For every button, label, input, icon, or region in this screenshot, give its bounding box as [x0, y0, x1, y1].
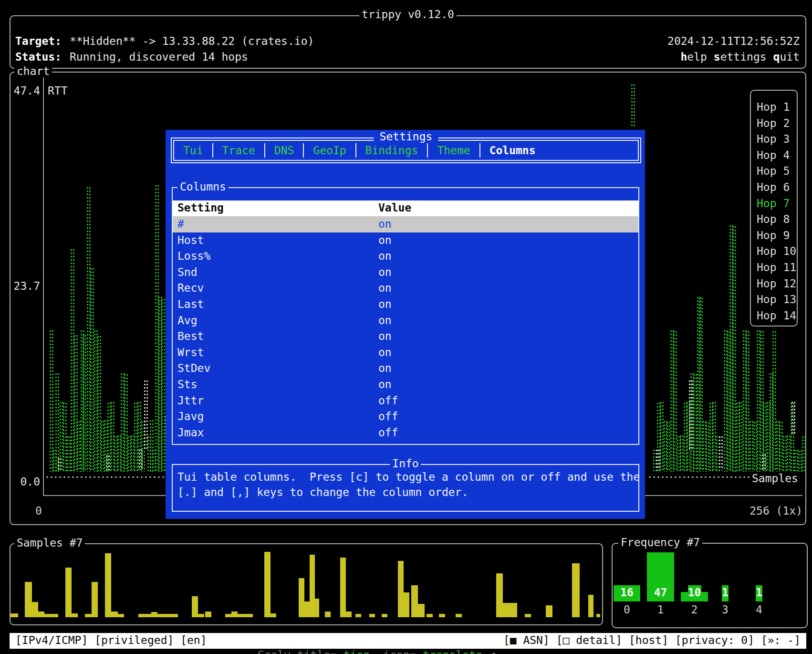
settings-row-snd[interactable]: Sndon	[173, 264, 638, 281]
rtt-dot-column-white	[761, 454, 766, 470]
sample-bar	[157, 614, 178, 617]
frequency-tick-label: 4	[750, 603, 769, 616]
sample-bar	[118, 614, 124, 617]
x-axis-dotted-left	[45, 476, 165, 478]
settings-row-avg[interactable]: Avgon	[173, 313, 638, 329]
x-min-label: 0	[35, 504, 42, 517]
sample-bar	[205, 612, 211, 617]
menu-item-settings[interactable]: settings	[714, 51, 767, 63]
setting-name: Wrst	[177, 346, 204, 359]
rtt-dot-column-white	[57, 457, 62, 470]
sample-bar	[427, 614, 433, 617]
tab-separator	[303, 143, 304, 158]
tab-trace[interactable]: Trace	[222, 144, 255, 157]
tab-separator	[479, 143, 480, 158]
column-header-value: Value	[378, 201, 411, 214]
hop-item-hop-8[interactable]: Hop 8	[757, 211, 797, 228]
samples-panel-title: Samples #7	[14, 537, 85, 549]
setting-value: on	[378, 346, 392, 359]
hop-item-hop-13[interactable]: Hop 13	[757, 292, 797, 308]
frequency-panel-title: Frequency #7	[618, 536, 702, 549]
setting-value: on	[378, 330, 392, 342]
tab-dns[interactable]: DNS	[274, 144, 294, 157]
info-box: Info Tui table columns. Press [c] to tog…	[172, 464, 639, 512]
tab-columns[interactable]: Columns	[489, 144, 536, 157]
setting-value: off	[378, 394, 398, 407]
settings-row-recv[interactable]: Recvon	[173, 280, 638, 296]
x-max-label: 256 (1x)	[744, 504, 802, 517]
menu-item-help[interactable]: help	[680, 51, 707, 63]
hop-item-hop-2[interactable]: Hop 2	[757, 116, 797, 132]
info-line-2: [.] and [,] keys to change the column or…	[177, 486, 468, 498]
setting-value: off	[378, 426, 398, 439]
setting-value: on	[378, 298, 392, 310]
tab-separator	[427, 143, 428, 158]
hop-item-hop-10[interactable]: Hop 10	[757, 243, 797, 260]
y-tick-max: 47.4	[10, 84, 40, 97]
setting-name: Best	[177, 330, 204, 342]
sample-bar	[404, 592, 409, 617]
sample-bar	[264, 552, 271, 617]
settings-row-best[interactable]: Beston	[173, 328, 638, 345]
hop-item-hop-14[interactable]: Hop 14	[757, 308, 797, 324]
info-box-title: Info	[390, 457, 421, 470]
target-value: **Hidden** -> 13.33.88.22 (crates.io)	[70, 34, 314, 48]
frequency-tick-label: 2	[685, 603, 704, 616]
rtt-dot-column	[82, 334, 86, 472]
setting-value: on	[378, 234, 392, 246]
settings-row-jttr[interactable]: Jttroff	[173, 393, 638, 409]
rtt-dot-column	[55, 372, 59, 472]
tab-geoip[interactable]: GeoIp	[313, 144, 346, 157]
frequency-count-label: 1	[722, 586, 729, 599]
setting-value: on	[378, 362, 392, 374]
rtt-dot-column-white	[791, 401, 795, 435]
hop-item-hop-4[interactable]: Hop 4	[757, 148, 797, 164]
hop-item-hop-5[interactable]: Hop 5	[757, 163, 797, 179]
settings-row-javg[interactable]: Javgoff	[173, 409, 638, 425]
hop-item-hop-1[interactable]: Hop 1	[757, 99, 797, 116]
settings-row-last[interactable]: Laston	[173, 296, 638, 313]
sample-bar	[151, 612, 157, 617]
sample-bar	[382, 614, 387, 617]
sample-bar	[496, 573, 503, 617]
hop-item-hop-7[interactable]: Hop 7	[757, 196, 797, 212]
tab-theme[interactable]: Theme	[437, 144, 470, 157]
setting-name: Javg	[177, 410, 204, 422]
hop-item-hop-6[interactable]: Hop 6	[757, 179, 797, 196]
settings-row-loss[interactable]: Loss%on	[173, 248, 638, 264]
tab-tui[interactable]: Tui	[183, 144, 203, 157]
rtt-dot-column-white	[656, 449, 660, 470]
settings-row-sts[interactable]: Stson	[173, 377, 638, 393]
y-tick-min: 0.0	[13, 475, 40, 488]
setting-name: Last	[177, 298, 204, 310]
sample-bar	[369, 614, 375, 617]
settings-row-wrst[interactable]: Wrston	[173, 345, 638, 361]
status-value: Running, discovered 14 hops	[70, 50, 248, 63]
tab-bindings[interactable]: Bindings	[365, 144, 418, 157]
x-axis-label: Samples	[752, 472, 798, 485]
hop-item-hop-3[interactable]: Hop 3	[757, 131, 797, 148]
sample-bar	[192, 596, 198, 617]
sample-bar	[238, 614, 253, 617]
hop-item-hop-12[interactable]: Hop 12	[757, 276, 797, 292]
sample-bar	[346, 612, 352, 617]
hop-item-hop-9[interactable]: Hop 9	[757, 228, 797, 244]
settings-table-header: Setting Value	[173, 200, 638, 216]
header-menu: helpsettingsquit	[674, 50, 800, 63]
hop-item-hop-11[interactable]: Hop 11	[757, 260, 797, 276]
settings-row-[interactable]: #on	[173, 216, 638, 232]
setting-value: on	[378, 314, 392, 327]
rtt-dot-column-white	[718, 435, 723, 470]
settings-row-stdev[interactable]: StDevon	[173, 360, 638, 377]
rtt-dot-column	[802, 435, 806, 472]
frequency-tick-label: 3	[716, 603, 735, 616]
rtt-dot-column-white	[688, 380, 693, 449]
setting-name: Snd	[177, 266, 198, 278]
settings-tabs-box: Settings TuiTraceDNSGeoIpBindingsThemeCo…	[171, 137, 641, 163]
menu-item-quit[interactable]: quit	[773, 51, 800, 63]
status-label: Status:	[15, 50, 62, 63]
settings-row-jmax[interactable]: Jmaxoff	[173, 425, 638, 441]
overflow-text-part: <	[489, 649, 496, 654]
tab-separator	[355, 143, 356, 158]
settings-row-host[interactable]: Hoston	[173, 232, 638, 249]
